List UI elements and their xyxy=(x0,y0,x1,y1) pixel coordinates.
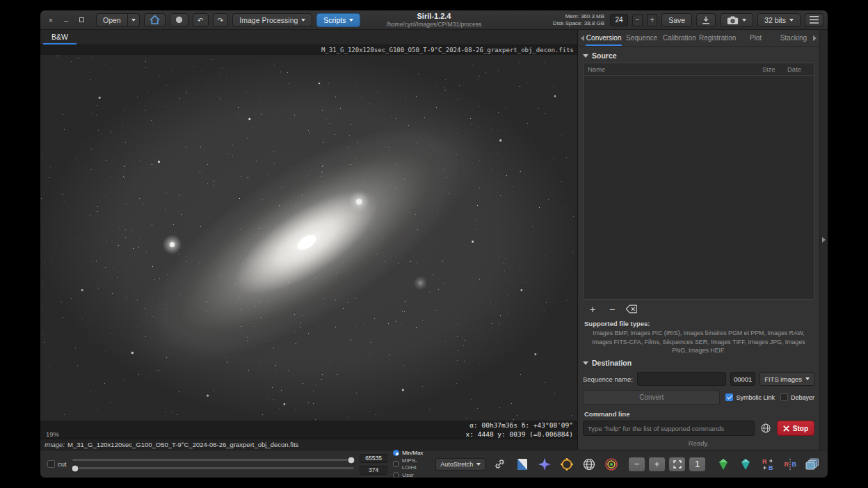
tab-sequence[interactable]: Sequence xyxy=(623,31,659,46)
command-help-button[interactable] xyxy=(758,421,773,436)
column-date[interactable]: Date xyxy=(787,65,810,73)
tab-calibration[interactable]: Calibration xyxy=(661,31,698,46)
fit-to-window-button[interactable] xyxy=(668,457,686,472)
symbolic-link-checkbox-group[interactable]: Symbolic Link xyxy=(725,393,775,401)
debayer-checkbox[interactable] xyxy=(780,393,788,401)
status-text: Ready. xyxy=(583,439,814,447)
home-button[interactable] xyxy=(144,13,166,27)
open-label: Open xyxy=(103,16,121,24)
tab-registration[interactable]: Registration xyxy=(699,31,736,46)
file-list-body[interactable] xyxy=(584,76,814,299)
tab-bw[interactable]: B&W xyxy=(43,31,77,44)
negative-view-button[interactable] xyxy=(513,456,531,473)
high-threshold-slider[interactable] xyxy=(72,459,354,461)
window-controls: × – xyxy=(45,14,88,26)
save-button[interactable]: Save xyxy=(661,13,692,27)
output-format-dropdown[interactable]: FITS images xyxy=(760,372,814,386)
zoom-out-button[interactable]: − xyxy=(628,457,645,472)
pixel-coordinates-row: 19% x: 4448 y: 0039 (=0.006884) xyxy=(40,430,577,439)
cut-checkbox-group[interactable]: cut xyxy=(47,460,67,468)
command-input[interactable] xyxy=(583,421,755,436)
save-as-button[interactable] xyxy=(696,13,716,27)
celestial-grid-button[interactable] xyxy=(580,456,597,473)
stop-button[interactable]: Stop xyxy=(777,421,814,436)
threads-decrement-button[interactable]: − xyxy=(632,14,643,26)
snapshot-camera-button[interactable] xyxy=(720,13,753,27)
convert-button[interactable]: Convert xyxy=(583,390,720,405)
tab-plot[interactable]: Plot xyxy=(737,31,773,46)
bit-depth-dropdown[interactable]: 32 bits xyxy=(757,13,801,27)
annotations-button[interactable] xyxy=(737,456,754,473)
convert-row: Convert Symbolic Link Debayer xyxy=(583,390,814,405)
clear-list-button[interactable] xyxy=(623,302,640,316)
star-detection-button[interactable] xyxy=(536,456,553,473)
tab-conversion[interactable]: Conversion xyxy=(586,31,622,46)
image-processing-button[interactable]: Image Processing xyxy=(232,13,312,27)
chevron-down-icon xyxy=(476,463,481,466)
undo-button[interactable]: ↶ xyxy=(193,13,209,27)
celestial-coordinates: α: 00h37m36s δ: +43°08'09" xyxy=(40,421,577,430)
cut-label: cut xyxy=(58,460,67,468)
low-threshold-slider[interactable] xyxy=(72,467,354,469)
source-file-list[interactable]: Name Size Date xyxy=(583,63,814,300)
link-sliders-button[interactable] xyxy=(491,456,508,473)
scripts-label: Scripts xyxy=(323,16,346,24)
low-value-input[interactable] xyxy=(360,466,387,475)
rgb-flip-icon: RB xyxy=(783,457,797,471)
open-recent-dropdown[interactable] xyxy=(128,13,140,27)
tab-stacking[interactable]: Stacking xyxy=(775,31,812,46)
menu-button[interactable] xyxy=(805,13,823,27)
high-slider-handle[interactable] xyxy=(348,456,355,464)
rgb-swap-icon: RB xyxy=(761,457,775,471)
photometry-button[interactable] xyxy=(558,456,575,473)
panel-collapse-strip[interactable] xyxy=(819,30,828,450)
rgb-flip-button[interactable]: RB xyxy=(781,456,798,473)
memory-usage: Mem: 360.3 MB xyxy=(553,13,604,20)
redo-button[interactable]: ↷ xyxy=(213,13,229,27)
astrometry-button[interactable] xyxy=(714,456,732,473)
sequence-name-input[interactable] xyxy=(637,372,726,386)
destination-expander[interactable]: Destination xyxy=(583,359,814,367)
tabs-scroll-left-icon[interactable] xyxy=(581,35,584,41)
threads-increment-button[interactable]: + xyxy=(647,14,657,26)
zoom-in-button[interactable]: + xyxy=(648,457,666,472)
sequence-index-input[interactable] xyxy=(730,372,755,386)
stretch-mode-dropdown[interactable]: AutoStretch xyxy=(435,458,485,471)
debayer-label: Debayer xyxy=(791,394,814,401)
remove-files-button[interactable]: − xyxy=(604,302,620,316)
background-samples-button[interactable] xyxy=(602,456,620,473)
layers-icon xyxy=(805,457,820,471)
scripts-button[interactable]: Scripts xyxy=(316,13,360,27)
chevron-down-icon xyxy=(301,19,305,22)
symbolic-link-checkbox[interactable] xyxy=(725,393,733,401)
right-tools: RB RB xyxy=(714,456,821,473)
image-filename-overlay: M_31_G_120x120sec_G100_O50_T-9°C_2024-08… xyxy=(40,45,577,55)
low-slider-handle[interactable] xyxy=(71,464,79,472)
cut-checkbox[interactable] xyxy=(47,460,55,468)
close-window-button[interactable]: × xyxy=(45,14,57,26)
panel-expand-icon xyxy=(822,237,826,243)
tabs-scroll-right-icon[interactable] xyxy=(813,35,817,41)
minimize-window-button[interactable]: – xyxy=(60,14,72,26)
rgb-swap-button[interactable]: RB xyxy=(759,456,776,473)
column-size[interactable]: Size xyxy=(762,65,787,73)
image-canvas[interactable] xyxy=(40,55,577,421)
radio-user[interactable]: User xyxy=(393,472,430,478)
chevron-down-icon xyxy=(742,19,746,22)
source-expander[interactable]: Source xyxy=(583,51,814,60)
channel-stack-button[interactable] xyxy=(803,456,821,473)
snapshot-button[interactable] xyxy=(170,13,188,27)
add-files-button[interactable]: + xyxy=(584,302,601,316)
chevron-down-icon xyxy=(349,19,353,22)
one-to-one-button[interactable]: 1 xyxy=(689,457,706,472)
radio-mips[interactable]: MIPS-LO/HI xyxy=(393,457,430,471)
high-value-input[interactable] xyxy=(360,454,387,463)
andromeda-galaxy-image xyxy=(40,55,577,421)
radio-minmax[interactable]: Min/Max xyxy=(393,450,430,457)
threads-input[interactable] xyxy=(610,14,628,26)
debayer-checkbox-group[interactable]: Debayer xyxy=(780,393,814,401)
maximize-window-button[interactable] xyxy=(75,14,88,26)
open-button[interactable]: Open xyxy=(96,13,128,27)
command-line-title: Command line xyxy=(584,410,814,418)
column-name[interactable]: Name xyxy=(588,65,762,73)
